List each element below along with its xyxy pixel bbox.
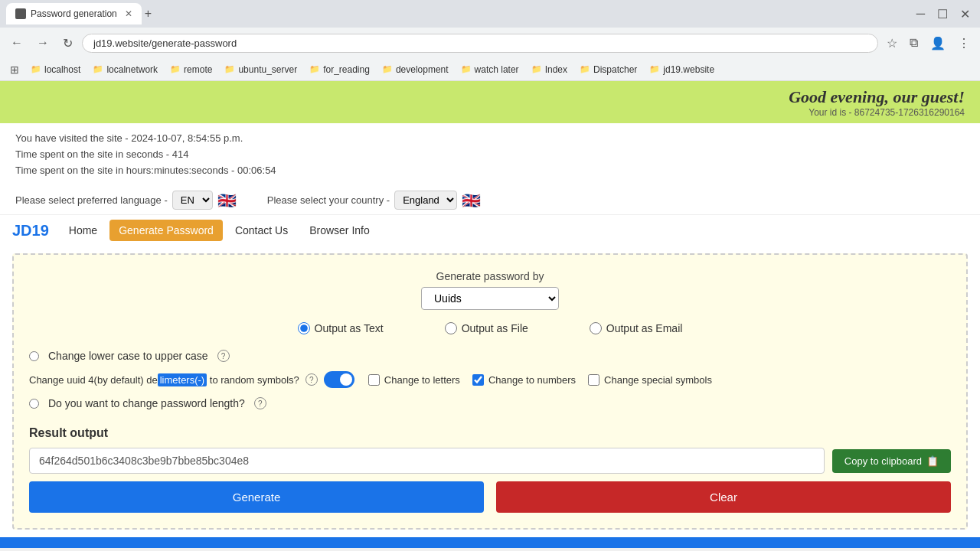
country-label: Please select your country -: [267, 194, 390, 206]
lang-label: Please select preferred language -: [15, 194, 168, 206]
clear-btn-label: Clear: [710, 491, 737, 504]
menu-button[interactable]: ⋮: [954, 34, 974, 53]
uuid-toggle[interactable]: [324, 371, 354, 388]
change-to-numbers-label: Change to numbers: [488, 374, 576, 386]
visit-date-text: You have visited the site - 2024-10-07, …: [15, 131, 965, 147]
output-email-option[interactable]: Output as Email: [590, 322, 683, 334]
visitor-info-section: You have visited the site - 2024-10-07, …: [0, 123, 980, 186]
change-special-symbols-checkbox[interactable]: [588, 374, 599, 386]
nav-contact-us[interactable]: Contact Us: [226, 220, 297, 241]
password-length-radio[interactable]: [29, 399, 39, 409]
country-flag: 🇬🇧: [462, 191, 481, 210]
nav-generate-password[interactable]: Generate Password: [109, 220, 223, 241]
site-logo: JD19: [12, 222, 49, 240]
bookmark-jd19[interactable]: 📁jd19.website: [645, 63, 719, 77]
refresh-button[interactable]: ↻: [58, 33, 77, 54]
bookmark-development[interactable]: 📁development: [377, 63, 453, 77]
output-type-row: Output as Text Output as File Output as …: [29, 322, 951, 334]
time-formatted-text: Time spent on the site in hours:minutes:…: [15, 163, 965, 179]
bookmark-ubuntu-server[interactable]: 📁ubuntu_server: [220, 63, 302, 77]
bookmark-dispatcher[interactable]: 📁Dispatcher: [575, 63, 642, 77]
extensions-button[interactable]: ⧉: [906, 34, 922, 52]
header-banner: Good evening, our guest! Your id is - 86…: [0, 81, 980, 123]
main-content-area: Generate password by Uuids Output as Tex…: [12, 253, 968, 530]
copy-btn-label: Copy to clipboard: [844, 455, 922, 467]
action-row: Generate Clear: [29, 481, 951, 513]
nav-home[interactable]: Home: [60, 220, 106, 241]
bookmark-for-reading[interactable]: 📁for_reading: [305, 63, 374, 77]
lang-country-row: Please select preferred language - EN 🇬🇧…: [0, 186, 980, 215]
bookmark-index[interactable]: 📁Index: [527, 63, 572, 77]
output-text-radio[interactable]: [298, 322, 310, 334]
profile-button[interactable]: 👤: [926, 34, 949, 53]
result-title: Result output: [29, 426, 951, 440]
output-email-label: Output as Email: [606, 322, 683, 334]
uuid-toggle-slider: [324, 371, 354, 388]
password-length-label: Do you want to change password length?: [48, 397, 245, 409]
bookmark-watch-later[interactable]: 📁watch later: [456, 63, 524, 77]
clear-button[interactable]: Clear: [496, 481, 951, 513]
tab-favicon: [15, 8, 26, 19]
back-button[interactable]: ←: [6, 33, 28, 53]
password-length-row: Do you want to change password length? ?: [29, 393, 951, 414]
password-length-help-icon[interactable]: ?: [254, 397, 266, 409]
generate-button[interactable]: Generate: [29, 481, 484, 513]
lower-upper-row: Change lower case to upper case ?: [29, 345, 951, 367]
change-to-numbers-checkbox[interactable]: [472, 374, 484, 386]
lower-upper-label: Change lower case to upper case: [48, 350, 208, 362]
output-file-radio[interactable]: [445, 322, 457, 334]
greeting-text: Good evening, our guest!: [789, 87, 965, 107]
lower-upper-radio[interactable]: [29, 351, 39, 361]
change-special-symbols-label: Change special symbols: [604, 374, 712, 386]
time-seconds-text: Time spent on the site in seconds - 414: [15, 147, 965, 163]
change-to-numbers-option[interactable]: Change to numbers: [472, 374, 576, 386]
lower-upper-help-icon[interactable]: ?: [217, 350, 230, 362]
country-select[interactable]: England: [394, 191, 457, 210]
user-id-text: Your id is - 86724735-1726316290164: [808, 107, 965, 118]
tab-title: Password generation: [31, 8, 117, 19]
forward-button[interactable]: →: [32, 33, 54, 53]
uuid-highlight: limeters(-): [158, 373, 207, 386]
output-file-option[interactable]: Output as File: [445, 322, 528, 334]
output-text-option[interactable]: Output as Text: [298, 322, 384, 334]
output-text-label: Output as Text: [315, 322, 384, 334]
url-bar[interactable]: [82, 34, 878, 53]
copy-icon: 📋: [926, 455, 939, 467]
result-row: Copy to clipboard 📋: [29, 448, 951, 474]
output-file-label: Output as File: [462, 322, 528, 334]
lang-flag: 🇬🇧: [217, 191, 237, 210]
uuid-row: Change uuid 4(by default) delimeters(-) …: [29, 367, 951, 393]
result-output-input[interactable]: [29, 448, 825, 474]
new-tab-button[interactable]: +: [145, 7, 152, 21]
bookmark-remote[interactable]: 📁remote: [165, 63, 217, 77]
output-email-radio[interactable]: [590, 322, 602, 334]
generate-btn-label: Generate: [233, 491, 281, 504]
uuid-help-icon[interactable]: ?: [305, 373, 318, 386]
close-window-button[interactable]: ✕: [956, 5, 974, 24]
change-to-letters-checkbox[interactable]: [368, 374, 380, 386]
maximize-button[interactable]: ☐: [933, 5, 952, 24]
apps-button[interactable]: ⊞: [6, 61, 23, 78]
uuid-text-before: Change uuid 4(by default) delimeters(-) …: [29, 374, 299, 386]
minimize-button[interactable]: ─: [913, 5, 929, 23]
generate-by-row: Generate password by Uuids: [29, 270, 951, 310]
change-to-letters-option[interactable]: Change to letters: [368, 374, 460, 386]
change-to-letters-label: Change to letters: [384, 374, 460, 386]
site-navbar: JD19 Home Generate Password Contact Us B…: [0, 215, 980, 246]
change-special-symbols-option[interactable]: Change special symbols: [588, 374, 712, 386]
copy-to-clipboard-button[interactable]: Copy to clipboard 📋: [832, 449, 951, 473]
generate-by-select[interactable]: Uuids: [421, 287, 559, 310]
bookmark-star-button[interactable]: ☆: [883, 34, 901, 53]
tab-close-btn[interactable]: ✕: [125, 8, 132, 19]
language-select[interactable]: EN: [172, 191, 213, 210]
bookmark-localhost[interactable]: 📁localhost: [26, 63, 85, 77]
generate-by-label: Generate password by: [436, 270, 544, 282]
result-section: Result output Copy to clipboard 📋 Genera…: [29, 426, 951, 513]
bookmark-localnetwork[interactable]: 📁localnetwork: [88, 63, 162, 77]
nav-browser-info[interactable]: Browser Info: [300, 220, 379, 241]
footer-bar: [0, 537, 980, 548]
